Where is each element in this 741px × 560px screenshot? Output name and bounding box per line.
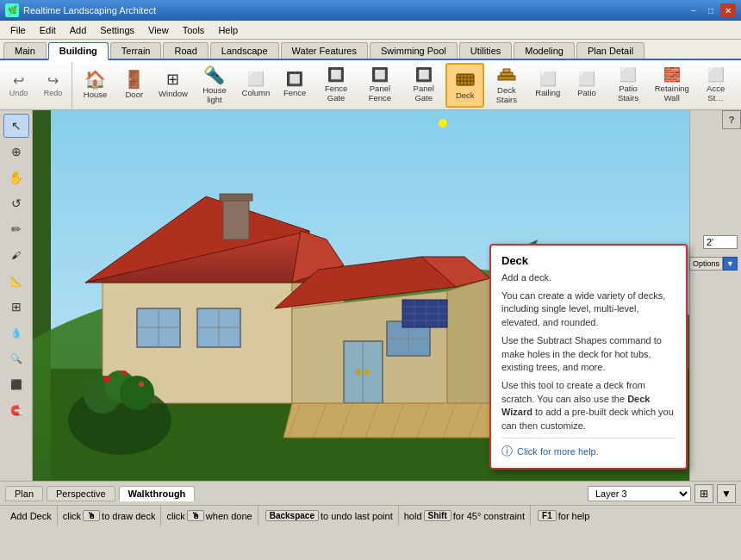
house-icon: 🏠 [84,71,106,88]
tool-door[interactable]: 🚪 Door [115,63,153,108]
tool-retaining-wall[interactable]: 🧱 Retaining Wall [650,63,694,108]
tool-window[interactable]: ⊞ Window [153,63,192,108]
menu-tools[interactable]: Tools [176,23,212,37]
tool-deck[interactable]: Deck [445,63,484,108]
dimension-input[interactable] [703,235,738,249]
left-tool-eyedrop[interactable]: 💧 [3,320,29,345]
left-tool-measure[interactable]: 📐 [3,269,29,293]
svg-point-33 [364,370,370,375]
tooltip-para2: Use the Subtract Shapes command to make … [501,334,676,374]
minimize-button[interactable]: − [686,3,701,17]
left-tool-pencil[interactable]: ✏ [3,217,29,241]
left-tool-select[interactable]: ↖ [3,114,29,138]
building-toolbar: ↩ Undo ↪ Redo 🏠 House 🚪 Door ⊞ Window 🔦 … [0,60,741,110]
tooltip-para3-pre: Use this tool to create a deck from scra… [501,380,645,403]
tool-railing[interactable]: ⬜ Railing [528,63,567,108]
close-button[interactable]: ✕ [720,3,736,17]
tool-house[interactable]: 🏠 House [76,63,115,108]
deck-tooltip: Deck Add a deck. You can create a wide v… [489,244,688,470]
tool-deck-stairs[interactable]: Deck Stairs [484,63,528,108]
retaining-wall-label: Retaining Wall [655,84,689,103]
tab-plan-detail[interactable]: Plan Detail [576,42,644,59]
tool-panel-gate[interactable]: 🔲 Panel Gate [402,63,445,108]
patio-stairs-label: Patio Stairs [618,84,638,103]
menu-add[interactable]: Add [63,23,94,37]
redo-button[interactable]: ↪ Redo [38,73,69,97]
fence-icon: 🔲 [286,72,303,86]
layer-select[interactable]: Layer 3 Layer 1 Layer 2 [588,486,691,501]
retaining-wall-icon: 🧱 [663,68,681,82]
accessories-label: Acce St… [707,84,725,103]
tool-column[interactable]: ⬜ Column [236,63,275,108]
left-tool-grid[interactable]: ⊞ [3,295,29,319]
fence-gate-label: Fence Gate [325,84,347,103]
view-tab-perspective[interactable]: Perspective [47,486,115,501]
menu-help[interactable]: Help [211,23,245,37]
tab-road[interactable]: Road [163,42,208,59]
tool-accessories[interactable]: ⬜ Acce St… [694,63,738,108]
view-tab-plan[interactable]: Plan [5,486,43,501]
left-tool-rotate[interactable]: ↺ [3,191,29,215]
tab-main[interactable]: Main [3,42,47,59]
left-tool-magnet[interactable]: 🧲 [3,398,29,422]
redo-label: Redo [44,89,63,97]
menu-view[interactable]: View [141,23,176,37]
shift-key: Shift [424,510,451,521]
tool-patio-stairs[interactable]: ⬜ Patio Stairs [607,63,651,108]
svg-rect-22 [223,196,249,240]
status-shift: hold Shift for 45° constraint [399,506,531,526]
menu-file[interactable]: File [3,23,33,37]
left-tool-pan[interactable]: ✋ [3,165,29,190]
title-bar: 🌿 Realtime Landscaping Architect − □ ✕ [0,0,741,21]
options-button[interactable]: Options [689,257,723,271]
tool-panel-fence[interactable]: 🔲 Panel Fence [358,63,402,108]
bottom-bar: Plan Perspective Walkthrough Layer 3 Lay… [0,481,741,505]
f1-key: F1 [538,510,557,521]
help-button[interactable]: ? [722,110,741,129]
status-to-draw: to draw deck [102,511,155,521]
tab-landscape[interactable]: Landscape [210,42,279,59]
tab-building[interactable]: Building [48,42,109,60]
status-click-draw: click [63,511,81,521]
status-for-help: for help [558,511,590,521]
status-action: Add Deck [5,506,58,526]
viewport[interactable]: Deck Add a deck. You can create a wide v… [33,110,741,481]
left-tool-paint[interactable]: 🖌 [3,243,29,267]
tooltip-help-link[interactable]: ⓘ Click for more help. [501,438,676,459]
backspace-key: Backspace [265,510,319,521]
tab-terrain[interactable]: Terrain [110,42,162,59]
svg-rect-23 [220,194,252,201]
undo-button[interactable]: ↩ Undo [3,73,34,97]
status-hold: hold [404,511,422,521]
left-tool-zoom[interactable]: ⊕ [3,140,29,164]
tab-modeling[interactable]: Modeling [514,42,575,59]
patio-label: Patio [577,88,596,97]
tab-swimming-pool[interactable]: Swimming Pool [370,42,458,59]
column-icon: ⬜ [247,72,265,86]
left-tool-frame[interactable]: ⬛ [3,372,29,396]
menu-edit[interactable]: Edit [33,23,63,37]
app-icon: 🌿 [5,3,19,17]
menu-bar: File Edit Add Settings View Tools Help [0,21,741,40]
options-dropdown-button[interactable]: ▼ [723,257,738,271]
left-tool-magnify[interactable]: 🔍 [3,346,29,370]
door-icon: 🚪 [123,71,145,88]
status-click-done: click [166,511,184,521]
tab-water-features[interactable]: Water Features [281,42,368,59]
layer-dropdown-btn[interactable]: ▼ [717,484,736,503]
main-tab-bar: Main Building Terrain Road Landscape Wat… [0,40,741,60]
tool-fence[interactable]: 🔲 Fence [276,63,314,108]
maximize-button[interactable]: □ [703,3,719,17]
svg-point-32 [356,370,361,375]
tool-house-light[interactable]: 🔦 House light [193,63,237,108]
tool-patio[interactable]: ⬜ Patio [567,63,606,108]
tool-fence-gate[interactable]: 🔲 Fence Gate [314,63,358,108]
menu-settings[interactable]: Settings [93,23,141,37]
tab-utilities[interactable]: Utilities [459,42,512,59]
column-label: Column [242,88,271,97]
view-tab-walkthrough[interactable]: Walkthrough [119,486,196,501]
status-constraint: for 45° constraint [453,511,525,521]
railing-label: Railing [535,88,560,97]
svg-rect-0 [457,74,474,85]
layer-icon-btn[interactable]: ⊞ [694,484,713,503]
